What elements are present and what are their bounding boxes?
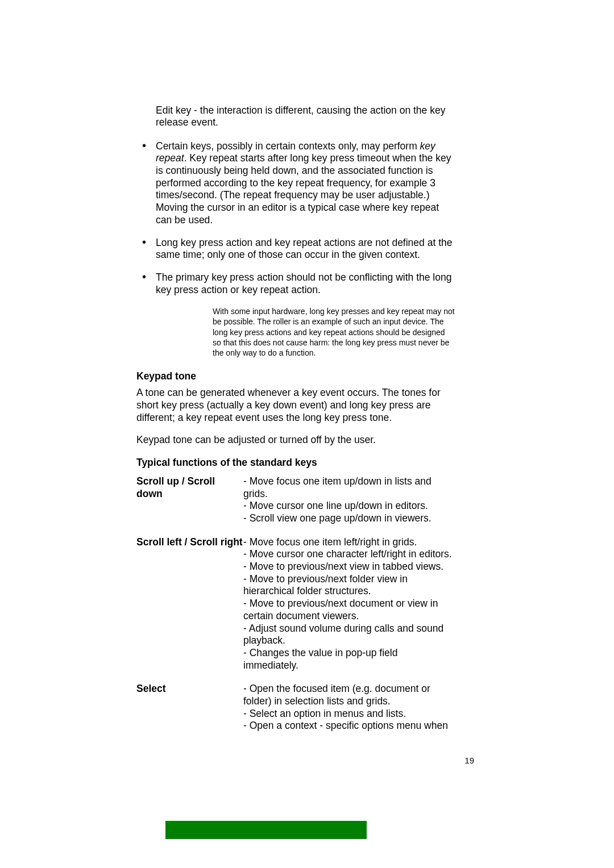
bullet-item: Certain keys, possibly in certain contex… [136, 140, 455, 227]
row-desc: - Move focus one item up/down in lists a… [243, 475, 455, 525]
bullet-item: The primary key press action should not … [136, 272, 455, 296]
bullet-text-pre: Certain keys, possibly in certain contex… [156, 140, 420, 152]
row-term: Scroll left / Scroll right [136, 536, 243, 672]
page-content: Edit key - the interaction is different,… [136, 105, 455, 732]
intro-paragraph: Edit key - the interaction is different,… [156, 105, 455, 129]
paragraph: A tone can be generated whenever a key e… [136, 387, 455, 424]
table-row: Scroll up / Scroll down - Move focus one… [136, 475, 455, 525]
table-row: Scroll left / Scroll right - Move focus … [136, 536, 455, 672]
row-term: Scroll up / Scroll down [136, 475, 243, 525]
table-row: Select - Open the focused item (e.g. doc… [136, 683, 455, 732]
row-desc: - Move focus one item left/right in grid… [243, 536, 455, 672]
note-block: With some input hardware, long key press… [213, 306, 455, 358]
heading-keypad-tone: Keypad tone [136, 370, 455, 382]
bullet-text: Long key press action and key repeat act… [156, 237, 452, 261]
bullet-text: The primary key press action should not … [156, 272, 451, 295]
page: Edit key - the interaction is different,… [0, 0, 614, 868]
bullet-item: Long key press action and key repeat act… [136, 237, 455, 261]
functions-table: Scroll up / Scroll down - Move focus one… [136, 475, 455, 732]
row-term: Select [136, 683, 243, 732]
paragraph: Keypad tone can be adjusted or turned of… [136, 434, 455, 446]
footer-green-bar [165, 821, 367, 839]
bullet-text-post: . Key repeat starts after long key press… [156, 152, 451, 225]
row-desc: - Open the focused item (e.g. document o… [243, 683, 455, 732]
bullet-list: Certain keys, possibly in certain contex… [136, 140, 455, 297]
heading-typical-functions: Typical functions of the standard keys [136, 457, 455, 469]
page-number: 19 [464, 756, 474, 765]
